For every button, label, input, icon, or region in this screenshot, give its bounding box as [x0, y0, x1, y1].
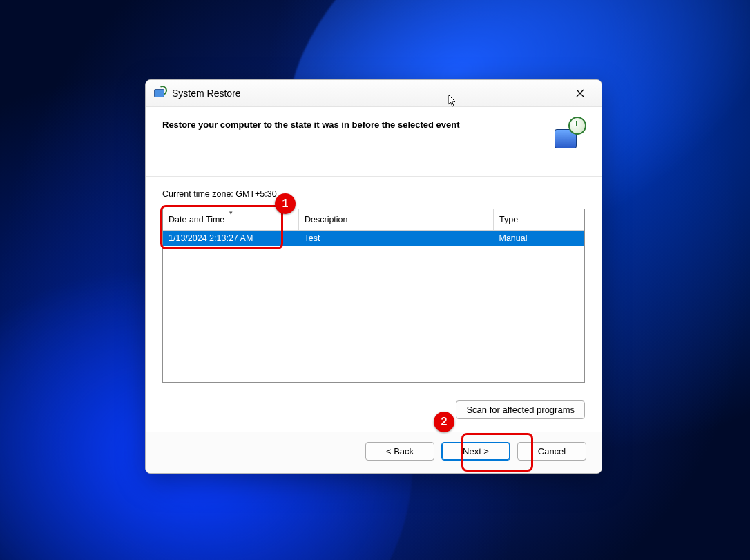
table-row[interactable] [163, 337, 584, 352]
cell-date: 1/13/2024 2:13:27 AM [163, 231, 299, 247]
sort-indicator-icon: ▾ [229, 209, 233, 216]
restore-points-table[interactable]: ▾ Date and Time Description Type [162, 209, 585, 383]
table-header-row: ▾ Date and Time Description Type [163, 209, 584, 231]
dialog-body: Current time zone: GMT+5:30 ▾ Date and T… [146, 177, 602, 389]
column-header-date-label: Date and Time [169, 215, 224, 224]
table-row[interactable] [163, 261, 584, 276]
dialog-header: Restore your computer to the state it wa… [146, 107, 602, 177]
timezone-label: Current time zone: GMT+5:30 [162, 189, 585, 199]
scan-button-row: Scan for affected programs [146, 389, 602, 432]
dialog-heading: Restore your computer to the state it wa… [162, 118, 546, 130]
desktop-wallpaper: System Restore Restore your computer to … [0, 0, 750, 560]
column-header-description[interactable]: Description [299, 209, 494, 231]
next-button[interactable]: Next > [441, 442, 510, 461]
system-restore-icon [153, 86, 166, 100]
titlebar[interactable]: System Restore [146, 80, 602, 107]
close-icon [576, 89, 584, 97]
table-row[interactable] [163, 367, 584, 383]
restore-computer-clock-icon [555, 118, 585, 148]
back-button[interactable]: < Back [365, 442, 434, 461]
window-title: System Restore [172, 88, 241, 99]
table-row[interactable] [163, 246, 584, 261]
table-row[interactable] [163, 322, 584, 337]
column-header-description-label: Description [305, 215, 348, 224]
dialog-footer: < Back Next > Cancel [146, 432, 602, 473]
table-row[interactable] [163, 307, 584, 322]
table-row[interactable] [163, 352, 584, 367]
column-header-type[interactable]: Type [494, 209, 585, 231]
system-restore-dialog: System Restore Restore your computer to … [145, 79, 602, 474]
table-row[interactable]: 1/13/2024 2:13:27 AM Test Manual [163, 231, 584, 247]
cancel-button[interactable]: Cancel [517, 442, 586, 461]
column-header-date[interactable]: ▾ Date and Time [163, 209, 299, 231]
table-row[interactable] [163, 291, 584, 307]
column-header-type-label: Type [499, 215, 518, 224]
cell-type: Manual [494, 231, 585, 247]
scan-affected-programs-button[interactable]: Scan for affected programs [456, 400, 585, 419]
cell-description: Test [299, 231, 494, 247]
close-button[interactable] [564, 83, 596, 104]
table-row[interactable] [163, 276, 584, 291]
